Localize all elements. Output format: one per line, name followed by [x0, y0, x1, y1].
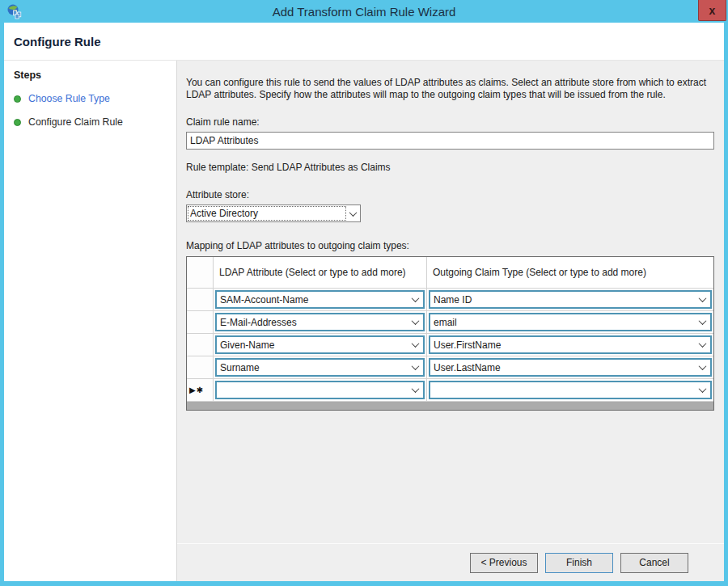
ldap-attribute-value: Surname — [220, 362, 260, 373]
ldap-attribute-value: SAM-Account-Name — [220, 294, 308, 306]
previous-button[interactable]: < Previous — [470, 553, 538, 573]
table-row: Surname User.LastName — [187, 356, 713, 378]
outgoing-claim-type-value: User.FirstName — [434, 339, 501, 351]
chevron-down-icon — [412, 317, 420, 325]
row-selector-header — [187, 257, 214, 288]
chevron-down-icon — [699, 362, 707, 370]
row-selector[interactable] — [187, 356, 214, 378]
step-label: Configure Claim Rule — [28, 116, 123, 128]
step-status-icon — [14, 119, 21, 126]
step-status-icon — [14, 95, 21, 103]
ldap-attribute-value: E-Mail-Addresses — [220, 317, 297, 328]
ldap-attribute-select[interactable]: E-Mail-Addresses — [215, 313, 425, 331]
outgoing-claim-type-select[interactable]: email — [429, 313, 712, 331]
outgoing-claim-type-value: Name ID — [434, 294, 472, 306]
rule-description: You can configure this rule to send the … — [186, 77, 714, 101]
title-bar: Add Transform Claim Rule Wizard x — [0, 0, 728, 23]
attribute-store-label: Attribute store: — [186, 189, 714, 200]
chevron-down-icon — [699, 385, 707, 393]
ldap-attribute-select[interactable] — [215, 381, 425, 399]
claim-rule-name-input[interactable]: LDAP Attributes — [186, 132, 714, 150]
outgoing-claim-type-value: email — [434, 317, 457, 328]
row-selector[interactable] — [187, 311, 214, 333]
outgoing-claim-type-select[interactable] — [429, 381, 712, 399]
table-row: SAM-Account-Name Name ID — [187, 288, 713, 310]
outgoing-claim-type-select[interactable]: Name ID — [429, 290, 712, 309]
close-icon: x — [709, 4, 716, 17]
chevron-down-icon — [412, 339, 420, 348]
window-title: Add Transform Claim Rule Wizard — [0, 5, 728, 19]
chevron-down-icon — [699, 317, 707, 325]
chevron-down-icon — [412, 362, 420, 370]
chevron-down-icon — [412, 294, 420, 302]
claim-rule-name-label: Claim rule name: — [186, 116, 714, 128]
table-row-new: ▶✱ — [187, 378, 713, 401]
row-selector[interactable] — [187, 334, 214, 356]
finish-button[interactable]: Finish — [545, 553, 613, 573]
step-choose-rule-type[interactable]: Choose Rule Type — [14, 93, 170, 104]
table-row: Given-Name User.FirstName — [187, 333, 713, 356]
outgoing-claim-type-column-header: Outgoing Claim Type (Select or type to a… — [427, 257, 713, 288]
outgoing-claim-type-select[interactable]: User.FirstName — [429, 335, 712, 354]
dialog-surface: Configure Rule Steps Choose Rule Type Co… — [4, 23, 724, 581]
chevron-down-icon — [699, 294, 707, 302]
steps-panel: Steps Choose Rule Type Configure Claim R… — [4, 61, 177, 581]
page-title: Configure Rule — [4, 23, 724, 61]
content-area: You can configure this rule to send the … — [177, 61, 724, 543]
claim-rule-name-value: LDAP Attributes — [190, 135, 259, 146]
ldap-attribute-column-header: LDAP Attribute (Select or type to add mo… — [214, 257, 427, 288]
table-empty-area — [187, 401, 713, 410]
chevron-down-icon — [412, 385, 420, 393]
ldap-attribute-select[interactable]: SAM-Account-Name — [215, 290, 425, 309]
table-row: E-Mail-Addresses email — [187, 310, 713, 333]
attribute-store-value: Active Directory — [188, 207, 345, 220]
mapping-table-label: Mapping of LDAP attributes to outgoing c… — [186, 240, 714, 251]
rule-template-text: Rule template: Send LDAP Attributes as C… — [186, 162, 714, 173]
ldap-attribute-select[interactable]: Given-Name — [215, 335, 425, 354]
footer-bar: < Previous Finish Cancel — [177, 543, 724, 581]
ldap-attribute-value: Given-Name — [220, 339, 274, 351]
cancel-button[interactable]: Cancel — [620, 553, 688, 573]
close-button[interactable]: x — [698, 0, 726, 21]
mapping-header-row: LDAP Attribute (Select or type to add mo… — [187, 257, 713, 288]
mapping-table: LDAP Attribute (Select or type to add mo… — [186, 256, 714, 411]
wizard-window: Add Transform Claim Rule Wizard x Config… — [0, 0, 728, 586]
attribute-store-select[interactable]: Active Directory — [186, 204, 361, 222]
step-configure-claim-rule[interactable]: Configure Claim Rule — [14, 116, 170, 128]
steps-heading: Steps — [14, 70, 170, 81]
outgoing-claim-type-select[interactable]: User.LastName — [429, 358, 712, 377]
outgoing-claim-type-value: User.LastName — [434, 362, 501, 373]
step-label: Choose Rule Type — [28, 93, 110, 104]
row-selector[interactable] — [187, 289, 214, 310]
chevron-down-icon[interactable] — [345, 205, 360, 221]
chevron-down-icon — [699, 339, 707, 348]
new-row-marker-icon[interactable]: ▶✱ — [187, 379, 214, 401]
ldap-attribute-select[interactable]: Surname — [215, 358, 425, 377]
